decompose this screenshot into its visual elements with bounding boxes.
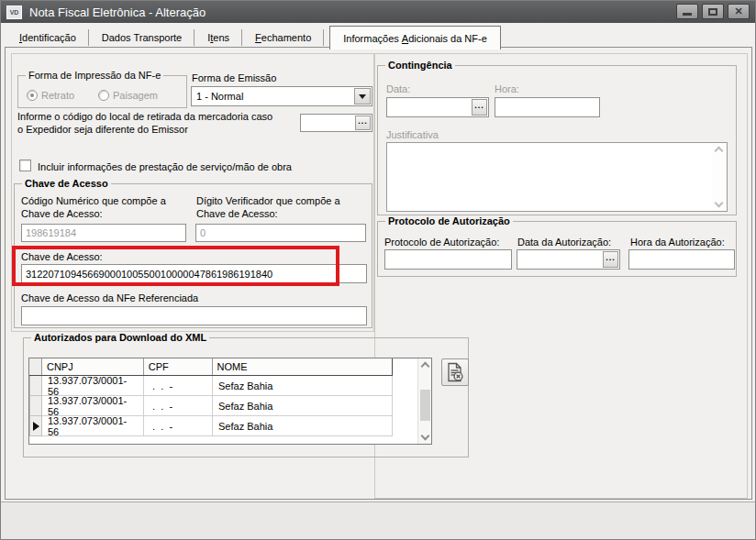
local-retirada-input[interactable]	[301, 115, 354, 131]
data-autorizacao-input[interactable]	[517, 250, 602, 269]
scrollbar-thumb[interactable]	[420, 390, 430, 421]
chave-acesso-label: Chave de Acesso:	[21, 250, 103, 263]
cell-nome[interactable]: Sefaz Bahia	[213, 376, 393, 396]
contingencia-data-input[interactable]	[387, 98, 471, 116]
cell-cnpj[interactable]: 13.937.073/0001-56	[42, 396, 144, 416]
table-row-current[interactable]: 13.937.073/0001-56 . . - Sefaz Bahia	[29, 416, 393, 436]
radio-retrato[interactable]	[27, 90, 38, 101]
digito-verificador-field	[195, 224, 366, 242]
digito-verificador-label: Dígito Verificador que compõe a Chave de…	[196, 194, 366, 220]
justificativa-scrollbar[interactable]	[712, 143, 727, 211]
chevron-down-icon	[359, 94, 366, 99]
group-contingencia-title: Contingência	[385, 60, 455, 71]
cell-cpf[interactable]: . . -	[144, 396, 213, 416]
chave-acesso-field	[21, 264, 367, 283]
scroll-down-icon[interactable]	[421, 432, 430, 441]
current-row-indicator-icon	[33, 422, 39, 431]
app-icon: VD	[6, 6, 22, 19]
hora-autorizacao-field	[628, 249, 735, 270]
maximize-button[interactable]	[702, 4, 724, 19]
chave-referenciada-input[interactable]	[22, 307, 366, 325]
scroll-down-icon[interactable]	[715, 199, 724, 208]
row-selector-header	[29, 358, 42, 375]
minimize-button[interactable]	[676, 4, 698, 19]
scroll-up-icon[interactable]	[421, 362, 430, 371]
tab-bar: Identificação Dados Transporte Itens Fec…	[1, 23, 755, 48]
document-delete-icon	[446, 362, 464, 382]
protocolo-autorizacao-field	[384, 249, 512, 270]
remove-authorized-button[interactable]	[441, 358, 469, 386]
cell-cpf[interactable]: . . -	[144, 376, 213, 396]
local-retirada-text-line1: Informe o código do local de retirada da…	[17, 110, 272, 123]
table-row[interactable]: 13.937.073/0001-56 . . - Sefaz Bahia	[29, 396, 393, 416]
codigo-numerico-field	[21, 224, 186, 242]
contingencia-hora-input[interactable]	[495, 98, 599, 116]
tab-identificacao[interactable]: Identificação	[6, 27, 89, 48]
radio-retrato-label: Retrato	[41, 89, 74, 102]
protocolo-autorizacao-input[interactable]	[385, 250, 511, 269]
window-title: Nota Fiscal Eletrônica - Alteração	[29, 6, 206, 19]
justificativa-textarea[interactable]	[388, 144, 711, 210]
table-header-row: CNPJ CPF NOME	[29, 358, 393, 376]
forma-emissao-label: Forma de Emissão	[192, 72, 276, 84]
hora-autorizacao-input[interactable]	[629, 250, 734, 269]
nfe-dialog-window: VD Nota Fiscal Eletrônica - Alteração ✕ …	[0, 0, 756, 540]
group-protocolo-title: Protocolo de Autorização	[385, 215, 513, 226]
contingencia-data-label: Data:	[386, 83, 410, 95]
row-selector-cell[interactable]	[29, 396, 42, 416]
codigo-numerico-label: Código Numérico que compõe a Chave de Ac…	[21, 194, 191, 220]
bottom-toolbar: ?	[1, 501, 755, 540]
tab-dados-transporte[interactable]: Dados Transporte	[89, 27, 195, 48]
column-header-cnpj[interactable]: CNPJ	[42, 358, 144, 375]
close-icon: ✕	[734, 6, 742, 17]
minimize-icon	[683, 13, 692, 16]
close-button[interactable]: ✕	[728, 4, 750, 19]
contingencia-hora-label: Hora:	[495, 83, 519, 95]
codigo-numerico-input[interactable]	[22, 225, 185, 241]
group-autorizados-title: Autorizados para Download do XML	[31, 332, 209, 343]
local-retirada-browse-button[interactable]: ...	[355, 116, 371, 130]
servico-checkbox-label: Incluir informações de prestação de serv…	[38, 160, 292, 173]
radio-paisagem-label: Paisagem	[113, 89, 158, 102]
tab-itens[interactable]: Itens	[195, 27, 242, 48]
group-forma-impressao-title: Forma de Impressão da NF-e	[26, 70, 163, 81]
forma-emissao-dropdown-button[interactable]	[354, 88, 371, 105]
local-retirada-text-line2: o Expedidor seja diferente do Emissor	[17, 123, 188, 136]
autorizados-table: CNPJ CPF NOME 13.937.073/0001-56 . . - S…	[28, 358, 432, 445]
protocolo-autorizacao-label: Protocolo de Autorização:	[384, 236, 499, 248]
data-autorizacao-field: ...	[517, 249, 620, 270]
data-autorizacao-browse-button[interactable]: ...	[603, 251, 618, 268]
forma-emissao-select[interactable]: 1 - Normal	[191, 86, 372, 106]
forma-emissao-value: 1 - Normal	[192, 87, 353, 105]
column-header-cpf[interactable]: CPF	[144, 358, 213, 375]
cell-cnpj[interactable]: 13.937.073/0001-56	[42, 416, 144, 436]
hora-autorizacao-label: Hora da Autorização:	[630, 236, 725, 248]
column-header-nome[interactable]: NOME	[213, 358, 392, 375]
cell-cpf[interactable]: . . -	[144, 416, 213, 436]
radio-paisagem[interactable]	[98, 90, 109, 101]
table-scrollbar[interactable]	[417, 358, 431, 444]
row-selector-cell[interactable]	[29, 376, 42, 396]
table-row[interactable]: 13.937.073/0001-56 . . - Sefaz Bahia	[29, 376, 393, 396]
data-autorizacao-label: Data da Autorização:	[517, 236, 611, 248]
group-chave-acesso-title: Chave de Acesso	[22, 178, 111, 189]
tab-fechamento[interactable]: Fechamento	[242, 27, 324, 48]
local-retirada-field: ...	[300, 114, 372, 132]
tab-informacoes-adicionais[interactable]: Informações Adicionais da NF-e	[329, 26, 501, 50]
scroll-up-icon[interactable]	[715, 147, 724, 156]
servico-checkbox[interactable]	[19, 160, 31, 171]
digito-verificador-input[interactable]	[196, 225, 365, 241]
cell-nome[interactable]: Sefaz Bahia	[213, 416, 393, 436]
justificativa-label: Justificativa	[386, 128, 439, 141]
justificativa-field	[386, 142, 728, 212]
row-selector-cell[interactable]	[29, 416, 42, 436]
chave-acesso-input[interactable]	[22, 265, 366, 282]
title-bar: VD Nota Fiscal Eletrônica - Alteração ✕	[1, 1, 755, 23]
contingencia-data-browse-button[interactable]: ...	[472, 99, 487, 116]
cell-cnpj[interactable]: 13.937.073/0001-56	[42, 376, 144, 396]
chave-referenciada-field	[21, 306, 367, 325]
contingencia-data-field: ...	[386, 97, 489, 117]
contingencia-hora-field	[495, 97, 600, 117]
cell-nome[interactable]: Sefaz Bahia	[213, 396, 393, 416]
chave-referenciada-label: Chave de Acesso da NFe Referenciada	[21, 292, 198, 304]
